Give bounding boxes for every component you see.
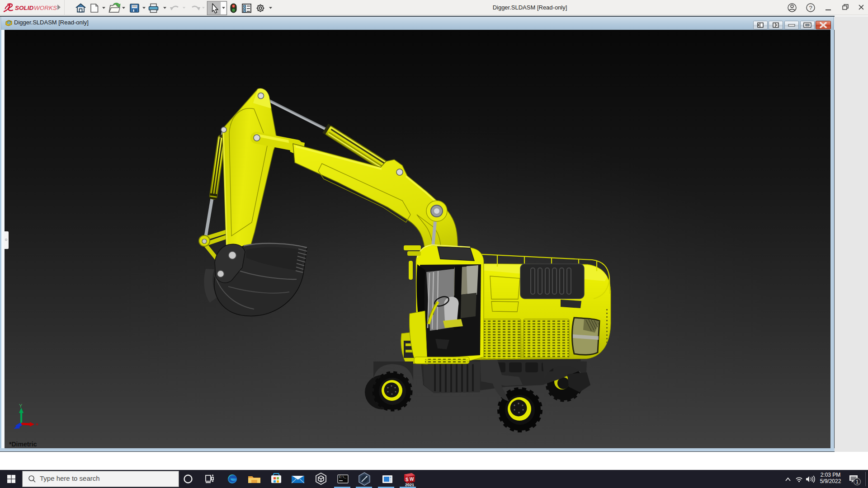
svg-text:C:\_: C:\_ [339, 476, 346, 479]
svg-text:?: ? [809, 5, 812, 11]
svg-text:SOLID: SOLID [15, 5, 34, 11]
svg-text:2021: 2021 [405, 483, 414, 487]
svg-text:Y: Y [19, 403, 23, 408]
svg-text:S: S [406, 477, 409, 482]
svg-text:W: W [410, 477, 414, 482]
svg-text:WORKS: WORKS [34, 5, 57, 11]
svg-text:1: 1 [856, 479, 859, 484]
